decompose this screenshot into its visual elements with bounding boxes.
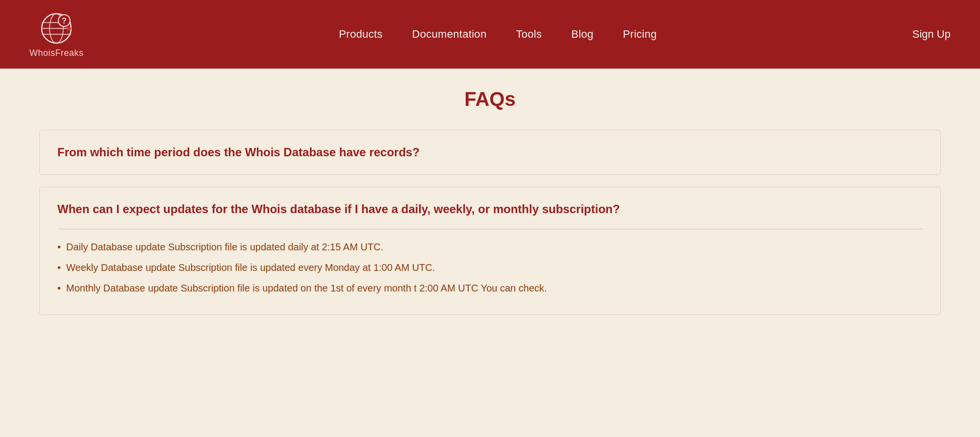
logo[interactable]: ? WhoisFreaks [29,11,84,58]
faq-answer-2: Daily Database update Subscription file … [57,229,923,296]
svg-text:?: ? [62,17,67,25]
faq-item-2: When can I expect updates for the Whois … [39,187,941,316]
list-item: Daily Database update Subscription file … [57,239,923,255]
main-content: FAQs From which time period does the Who… [0,69,980,356]
nav-products[interactable]: Products [339,28,382,41]
main-nav: Products Documentation Tools Blog Pricin… [84,28,912,41]
logo-text: WhoisFreaks [29,48,84,58]
faq-item-1: From which time period does the Whois Da… [39,130,941,175]
faq-answer-list-2: Daily Database update Subscription file … [57,239,923,296]
list-item: Monthly Database update Subscription fil… [57,280,923,296]
logo-icon: ? [39,11,74,46]
faq-question-1[interactable]: From which time period does the Whois Da… [57,144,923,161]
nav-tools[interactable]: Tools [516,28,542,41]
nav-documentation[interactable]: Documentation [412,28,487,41]
page-title: FAQs [39,88,941,110]
faq-question-2[interactable]: When can I expect updates for the Whois … [57,201,923,218]
list-item: Weekly Database update Subscription file… [57,260,923,275]
nav-pricing[interactable]: Pricing [623,28,657,41]
signup-button[interactable]: Sign Up [912,28,951,41]
site-header: ? WhoisFreaks Products Documentation Too… [0,0,980,69]
nav-blog[interactable]: Blog [571,28,593,41]
